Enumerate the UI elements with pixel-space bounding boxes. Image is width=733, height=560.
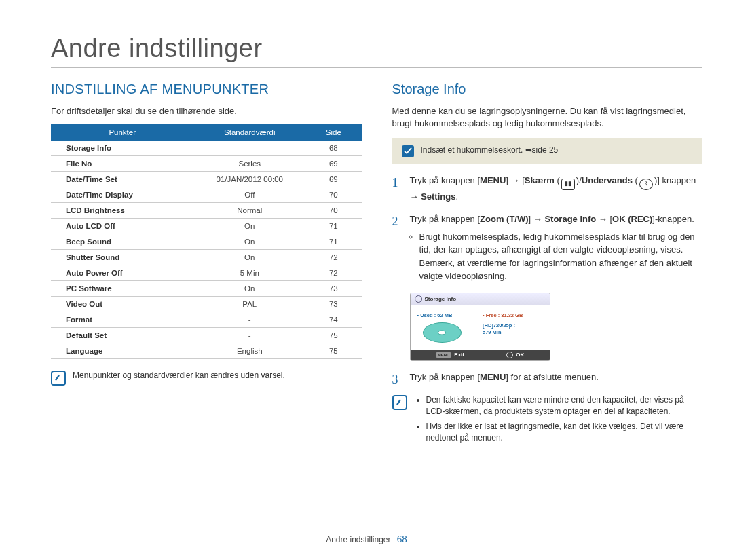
right-column: Storage Info Med denne kan du se lagring… [392, 81, 703, 447]
skaerm-label: Skærm [525, 175, 555, 185]
t: )/ [576, 175, 582, 185]
t: → [ [596, 214, 612, 224]
note-icon [392, 395, 407, 410]
insert-card-callout: Indsæt et hukommelseskort. ➥side 25 [392, 138, 703, 164]
table-cell: Auto LCD Off [51, 219, 193, 234]
insert-card-text: Indsæt et hukommelseskort. ➥side 25 [421, 145, 559, 156]
table-cell: 71 [305, 219, 361, 234]
table-row: Default Set-75 [51, 328, 362, 343]
table-cell: LCD Brightness [51, 203, 193, 219]
left-column: INDSTILLING AF MENUPUNKTER For driftsdet… [51, 81, 362, 447]
table-cell: 68 [305, 141, 361, 156]
table-cell: - [193, 141, 305, 156]
t: . [455, 191, 458, 202]
intro-text: For driftsdetaljer skal du se den tilhør… [51, 105, 362, 117]
th-standard: Standardværdi [193, 124, 305, 141]
page-number: 68 [397, 534, 407, 544]
table-cell: PAL [193, 297, 305, 312]
table-cell: Format [51, 312, 193, 328]
menu-label: MENU [480, 175, 506, 185]
table-cell: English [193, 343, 305, 359]
table-cell: Date/Time Display [51, 187, 193, 203]
section-heading-menu-settings: INDSTILLING AF MENUPUNKTER [51, 81, 362, 97]
lcd-free: • Free : 31.32 GB [483, 312, 523, 318]
table-cell: PC Software [51, 281, 193, 297]
t: Tryk på knappen [ [410, 214, 481, 224]
table-cell: - [193, 312, 305, 328]
lcd-gear-icon [415, 295, 422, 303]
table-cell: On [193, 219, 305, 234]
table-row: Date/Time DisplayOff70 [51, 187, 362, 203]
t: ] → [ [506, 175, 524, 185]
table-cell: 72 [305, 265, 361, 281]
table-cell: 70 [305, 203, 361, 219]
t: ]-knappen. [652, 214, 694, 224]
table-cell: Normal [193, 203, 305, 219]
table-row: Beep SoundOn71 [51, 234, 362, 250]
table-row: PC SoftwareOn73 [51, 281, 362, 297]
menu-button-icon: MENU [436, 352, 452, 358]
table-cell: Video Out [51, 297, 193, 312]
disc-chart-icon [423, 322, 462, 343]
table-cell: Language [51, 343, 193, 359]
gear-icon [506, 352, 513, 358]
step-2-bullet: Brugt hukommelsesplads, ledig hukommelse… [419, 230, 703, 283]
table-cell: 73 [305, 297, 361, 312]
note-icon [51, 371, 66, 386]
section-heading-storage-info: Storage Info [392, 81, 703, 97]
storage-intro: Med denne kan du se lagringsoplysningern… [392, 105, 703, 130]
th-punkter: Punkter [51, 124, 193, 141]
lcd-used: • Used : 62 MB [417, 312, 453, 318]
display-icon: ▮▮ [561, 179, 575, 190]
table-row: Format-74 [51, 312, 362, 328]
table-row: LCD BrightnessNormal70 [51, 203, 362, 219]
table-cell: 5 Min [193, 265, 305, 281]
underwater-icon: ⌇ [639, 179, 653, 190]
table-cell: Default Set [51, 328, 193, 343]
table-row: Storage Info-68 [51, 141, 362, 156]
table-cell: On [193, 281, 305, 297]
table-cell: 74 [305, 312, 361, 328]
table-cell: Auto Power Off [51, 265, 193, 281]
lcd-resolution: [HD]720/25p : [483, 322, 543, 330]
lcd-exit: Exit [454, 352, 464, 358]
table-row: Video OutPAL73 [51, 297, 362, 312]
lcd-screenshot: Storage Info • Used : 62 MB • Free : 31.… [410, 293, 550, 361]
step-2: Tryk på knappen [Zoom (T/W)] → Storage I… [392, 212, 703, 283]
ok-rec-label: OK (REC) [612, 214, 652, 224]
table-cell: 69 [305, 156, 361, 172]
lcd-title: Storage Info [425, 296, 457, 302]
note-item: Hvis der ikke er isat et lagringsmedie, … [426, 421, 703, 444]
table-cell: On [193, 234, 305, 250]
table-row: Date/Time Set01/JAN/2012 00:0069 [51, 172, 362, 187]
page-title: Andre indstillinger [51, 34, 702, 68]
storage-label: Storage Info [544, 214, 596, 224]
menu-label-2: MENU [480, 372, 506, 382]
table-cell: 75 [305, 328, 361, 343]
table-cell: Shutter Sound [51, 250, 193, 265]
check-icon [402, 145, 414, 157]
table-cell: On [193, 250, 305, 265]
t: ] → [529, 214, 545, 224]
th-side: Side [305, 124, 361, 141]
footer-label: Andre indstillinger [326, 535, 390, 544]
table-cell: 75 [305, 343, 361, 359]
step-3: Tryk på knappen [MENU] for at afslutte m… [392, 371, 703, 384]
table-cell: File No [51, 156, 193, 172]
settings-table: Punkter Standardværdi Side Storage Info-… [51, 124, 362, 359]
table-cell: 71 [305, 234, 361, 250]
lcd-ok: OK [516, 352, 524, 358]
zoom-label: Zoom (T/W) [480, 214, 528, 224]
t: ] for at afslutte menuen. [506, 372, 599, 382]
table-cell: 70 [305, 187, 361, 203]
table-cell: Date/Time Set [51, 172, 193, 187]
table-cell: Series [193, 156, 305, 172]
table-cell: Off [193, 187, 305, 203]
note-text: Menupunkter og standardværdier kan ændre… [73, 370, 285, 381]
table-cell: 69 [305, 172, 361, 187]
undervands-label: Undervands [582, 175, 633, 185]
table-cell: 72 [305, 250, 361, 265]
table-cell: Storage Info [51, 141, 193, 156]
table-row: Auto Power Off5 Min72 [51, 265, 362, 281]
t: Tryk på knappen [ [410, 175, 481, 185]
